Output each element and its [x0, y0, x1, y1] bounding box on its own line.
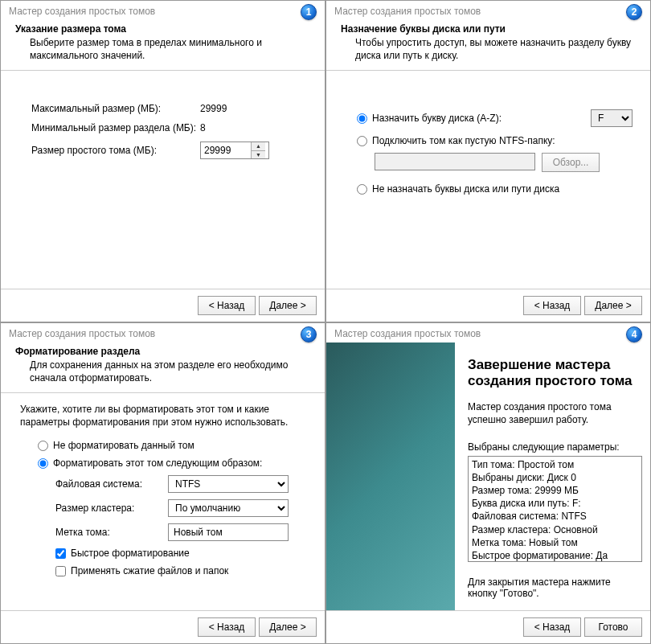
- spinner-up[interactable]: ▲: [252, 142, 265, 151]
- cluster-label: Размер кластера:: [55, 502, 168, 514]
- drive-letter-select[interactable]: F: [591, 109, 633, 127]
- next-button[interactable]: Далее >: [259, 296, 317, 315]
- wizard-step-drive-letter: Мастер создания простых томов 2 Назначен…: [326, 0, 651, 322]
- step-badge-1: 1: [301, 4, 317, 20]
- header: Указание размера тома Выберите размер то…: [1, 20, 325, 70]
- back-button[interactable]: < Назад: [198, 296, 256, 315]
- back-button[interactable]: < Назад: [198, 617, 256, 637]
- volume-label-label: Метка тома:: [55, 527, 168, 538]
- list-item: Буква диска или путь: F:: [472, 497, 638, 510]
- quick-format-checkbox[interactable]: [55, 548, 66, 559]
- browse-button: Обзор...: [542, 153, 600, 172]
- no-assign-label: Не назначать буквы диска или пути диска: [372, 183, 559, 195]
- list-item: Размер тома: 29999 МБ: [472, 484, 638, 497]
- finish-title: Завершение мастера создания простого том…: [468, 357, 642, 390]
- mount-folder-radio[interactable]: [357, 136, 367, 146]
- max-size-label: Максимальный размер (МБ):: [31, 103, 200, 114]
- wizard-step-size: Мастер создания простых томов 1 Указание…: [0, 0, 326, 322]
- list-item: Размер кластера: Основной: [472, 523, 638, 536]
- footer: < Назад Далее >: [326, 289, 650, 322]
- list-item: Тип тома: Простой том: [472, 458, 638, 471]
- header-desc: Чтобы упростить доступ, вы можете назнач…: [341, 36, 636, 62]
- no-format-radio[interactable]: [38, 441, 48, 451]
- body: Укажите, хотите ли вы форматировать этот…: [1, 393, 325, 610]
- list-item: Быстрое форматирование: Да: [472, 549, 638, 562]
- format-prompt: Укажите, хотите ли вы форматировать этот…: [20, 403, 307, 429]
- min-size-label: Минимальный размер раздела (МБ):: [31, 122, 200, 133]
- back-button[interactable]: < Назад: [523, 296, 581, 315]
- volume-label-input[interactable]: [168, 523, 289, 541]
- list-item: Файловая система: NTFS: [472, 510, 638, 523]
- no-format-label: Не форматировать данный том: [53, 440, 194, 451]
- finish-message: Мастер создания простого тома успешно за…: [468, 400, 642, 426]
- window-title: Мастер создания простых томов: [326, 323, 650, 343]
- finish-button[interactable]: Готово: [584, 617, 642, 637]
- max-size-value: 29999: [200, 103, 227, 114]
- format-radio[interactable]: [38, 458, 48, 469]
- params-label: Выбраны следующие параметры:: [468, 441, 642, 453]
- close-hint: Для закрытия мастера нажмите кнопку "Гот…: [468, 576, 642, 599]
- mount-path-input: [375, 153, 535, 170]
- body: Назначить букву диска (A-Z): F Подключит…: [326, 71, 650, 288]
- list-item: Выбраны диски: Диск 0: [472, 471, 638, 484]
- filesystem-label: Файловая система:: [55, 478, 168, 490]
- cluster-select[interactable]: По умолчанию: [168, 499, 289, 517]
- filesystem-select[interactable]: NTFS: [168, 475, 289, 493]
- step-badge-3: 3: [301, 326, 317, 343]
- header-title: Назначение буквы диска или пути: [341, 23, 636, 35]
- next-button[interactable]: Далее >: [259, 617, 317, 637]
- next-button[interactable]: Далее >: [584, 296, 642, 315]
- side-banner: [326, 343, 455, 611]
- step-badge-4: 4: [626, 326, 642, 343]
- window-title: Мастер создания простых томов: [326, 1, 650, 20]
- header-title: Форматирование раздела: [15, 346, 310, 357]
- finish-content: Завершение мастера создания простого том…: [455, 343, 650, 611]
- wizard-step-format: Мастер создания простых томов 3 Форматир…: [0, 322, 326, 645]
- compress-label: Применять сжатие файлов и папок: [71, 565, 228, 576]
- volume-size-input[interactable]: [201, 142, 251, 158]
- footer: < Назад Готово: [326, 610, 650, 643]
- footer: < Назад Далее >: [1, 610, 325, 643]
- list-item: Метка тома: Новый том: [472, 536, 638, 549]
- quick-format-label: Быстрое форматирование: [71, 548, 190, 559]
- window-title: Мастер создания простых томов: [1, 323, 325, 343]
- step-badge-2: 2: [626, 4, 642, 20]
- volume-size-label: Размер простого тома (МБ):: [31, 145, 200, 156]
- assign-letter-radio[interactable]: [357, 113, 367, 124]
- body: Максимальный размер (МБ): 29999 Минималь…: [1, 71, 325, 288]
- window-title: Мастер создания простых томов: [1, 1, 325, 20]
- params-listbox[interactable]: Тип тома: Простой том Выбраны диски: Дис…: [468, 456, 642, 562]
- compress-checkbox[interactable]: [55, 566, 66, 576]
- header-desc: Для сохранения данных на этом разделе ег…: [15, 359, 310, 384]
- header: Назначение буквы диска или пути Чтобы уп…: [326, 20, 650, 70]
- mount-folder-label: Подключить том как пустую NTFS-папку:: [372, 135, 555, 146]
- format-label: Форматировать этот том следующим образом…: [53, 457, 262, 469]
- spinner-down[interactable]: ▼: [252, 151, 265, 159]
- header-desc: Выберите размер тома в пределах минималь…: [15, 36, 310, 62]
- back-button[interactable]: < Назад: [523, 617, 581, 637]
- wizard-step-finish: Мастер создания простых томов 4 Завершен…: [326, 322, 651, 645]
- header-title: Указание размера тома: [15, 23, 310, 35]
- footer: < Назад Далее >: [1, 289, 325, 322]
- no-assign-radio[interactable]: [357, 184, 367, 195]
- assign-letter-label: Назначить букву диска (A-Z):: [372, 113, 502, 124]
- header: Форматирование раздела Для сохранения да…: [1, 343, 325, 392]
- volume-size-spinner[interactable]: ▲ ▼: [200, 142, 269, 159]
- min-size-value: 8: [200, 122, 206, 133]
